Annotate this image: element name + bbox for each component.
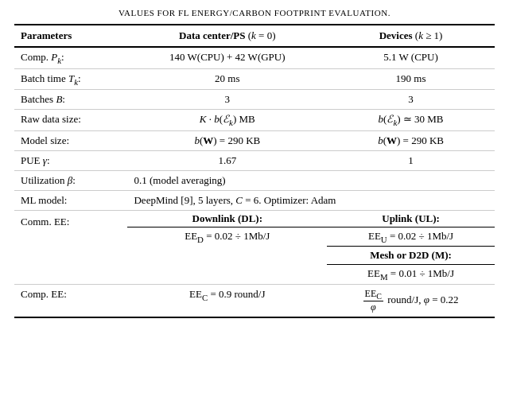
comm-ee-row: Comm. EE: Downlink (DL): EED = 0.02 ÷ 1M…	[14, 210, 495, 284]
mesh-header-row: Mesh or D2D (M):	[327, 247, 495, 265]
comm-ee-param: Comm. EE:	[14, 210, 127, 284]
dl-header: Downlink (DL):	[127, 211, 327, 228]
table-row: Utilization β: 0.1 (model averaging)	[14, 170, 495, 190]
mesh-value: EEM = 0.01 ÷ 1Mb/J	[327, 265, 495, 284]
mesh-header: Mesh or D2D (M):	[327, 247, 495, 265]
comm-ee-ul-table: Uplink (UL): EEU = 0.02 ÷ 1Mb/J Mesh or …	[327, 211, 495, 284]
table-row: PUE γ: 1.67 1	[14, 150, 495, 170]
comp-ee-row: Comp. EE: EEC = 0.9 round/J EEC φ round/…	[14, 284, 495, 317]
param-cell: Raw data size:	[14, 110, 127, 131]
param-cell: ML model:	[14, 190, 127, 210]
comm-ee-dl-table: Downlink (DL): EED = 0.02 ÷ 1Mb/J	[127, 211, 327, 247]
page-title: Values for FL Energy/Carbon Footprint Ev…	[14, 8, 495, 18]
comm-ee-ul-mesh: Uplink (UL): EEU = 0.02 ÷ 1Mb/J Mesh or …	[327, 210, 495, 284]
dl-header-row: Downlink (DL):	[127, 211, 327, 228]
dc-cell: b(W) = 290 KB	[127, 130, 327, 150]
dev-cell: 190 ms	[327, 68, 495, 90]
table-row: Model size: b(W) = 290 KB b(W) = 290 KB	[14, 130, 495, 150]
dc-cell: 140 W(CPU) + 42 W(GPU)	[127, 47, 327, 68]
param-cell: PUE γ:	[14, 150, 127, 170]
dev-cell: b(ℰk) ≃ 30 MB	[327, 110, 495, 131]
dc-cell: 0.1 (model averaging)	[127, 170, 495, 190]
fraction-denom: φ	[369, 301, 378, 313]
comm-ee-dl: Downlink (DL): EED = 0.02 ÷ 1Mb/J	[127, 210, 327, 284]
col-header-devices: Devices (k ≥ 1)	[327, 25, 495, 47]
dl-value-row: EED = 0.02 ÷ 1Mb/J	[127, 227, 327, 246]
comp-ee-suffix: round/J, φ = 0.22	[387, 294, 458, 305]
param-cell: Comp. Pk:	[14, 47, 127, 68]
table-row: Batch time Tk: 20 ms 190 ms	[14, 68, 495, 90]
param-cell: Model size:	[14, 130, 127, 150]
ul-header-row: Uplink (UL):	[327, 211, 495, 228]
dev-cell: 5.1 W (CPU)	[327, 47, 495, 68]
dc-cell: 1.67	[127, 150, 327, 170]
param-cell: Utilization β:	[14, 170, 127, 190]
comp-ee-dev: EEC φ round/J, φ = 0.22	[327, 284, 495, 317]
param-cell: Batch time Tk:	[14, 68, 127, 90]
dc-cell: K · b(ℰk) MB	[127, 110, 327, 131]
dc-cell: 20 ms	[127, 68, 327, 90]
comp-ee-dc: EEC = 0.9 round/J	[127, 284, 327, 317]
table-row: Comp. Pk: 140 W(CPU) + 42 W(GPU) 5.1 W (…	[14, 47, 495, 68]
ul-header: Uplink (UL):	[327, 211, 495, 228]
main-table: Parameters Data center/PS (k = 0) Device…	[14, 24, 495, 318]
table-row: Raw data size: K · b(ℰk) MB b(ℰk) ≃ 30 M…	[14, 110, 495, 131]
dev-cell: 1	[327, 150, 495, 170]
dev-cell: 3	[327, 90, 495, 110]
col-header-dc: Data center/PS (k = 0)	[127, 25, 327, 47]
mesh-value-row: EEM = 0.01 ÷ 1Mb/J	[327, 265, 495, 284]
table-row: Batches B: 3 3	[14, 90, 495, 110]
ul-value: EEU = 0.02 ÷ 1Mb/J	[327, 227, 495, 247]
param-cell: Batches B:	[14, 90, 127, 110]
dl-value: EED = 0.02 ÷ 1Mb/J	[127, 227, 327, 246]
col-header-params: Parameters	[14, 25, 127, 47]
comp-ee-param: Comp. EE:	[14, 284, 127, 317]
dc-cell: DeepMind [9], 5 layers, C = 6. Optimizer…	[127, 190, 495, 210]
table-header-row: Parameters Data center/PS (k = 0) Device…	[14, 25, 495, 47]
ul-value-row: EEU = 0.02 ÷ 1Mb/J	[327, 227, 495, 247]
dc-cell: 3	[127, 90, 327, 110]
fraction-numer: EEC	[363, 288, 383, 301]
table-row: ML model: DeepMind [9], 5 layers, C = 6.…	[14, 190, 495, 210]
dev-cell: b(W) = 290 KB	[327, 130, 495, 150]
